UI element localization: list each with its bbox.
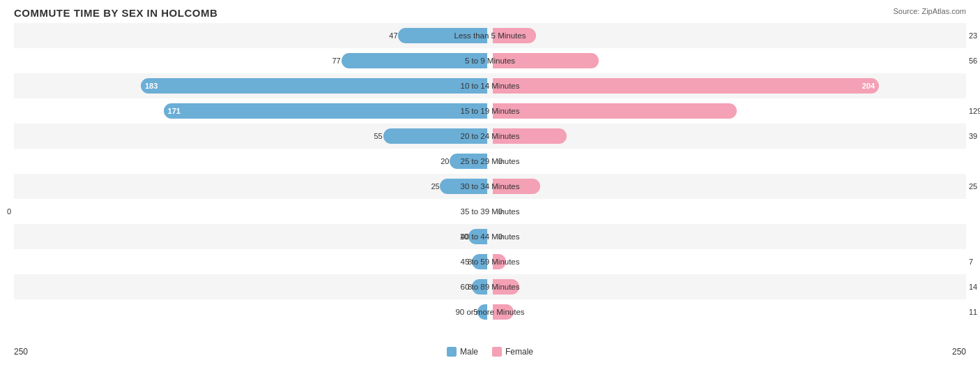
male-value: 25 [431, 182, 439, 191]
left-side: 77 [14, 48, 490, 73]
male-value-inside: 183 [145, 82, 158, 90]
left-side: 183 [14, 73, 490, 98]
left-side: 171 [14, 98, 490, 124]
female-value: 129 [969, 107, 980, 115]
left-side: 8 [14, 274, 490, 299]
male-value: 20 [441, 157, 449, 165]
female-value: 0 [498, 207, 503, 216]
female-label: Female [505, 347, 533, 357]
male-label: Male [460, 347, 478, 357]
right-side: 0 [490, 199, 966, 224]
male-swatch [447, 347, 457, 357]
male-bar [472, 254, 487, 269]
female-bar: 204 [493, 78, 879, 94]
left-side: 10 [14, 224, 490, 249]
male-value-inside: 171 [168, 107, 181, 115]
male-bar [450, 154, 487, 169]
bar-row: 20 25 to 29 Minutes 0 [14, 149, 966, 174]
right-side: 39 [490, 124, 966, 149]
female-bar [493, 179, 540, 194]
chart-inner: 47 Less than 5 Minutes 23 77 5 to 9 Minu… [14, 23, 966, 325]
female-value: 39 [969, 132, 977, 140]
right-side: 0 [490, 224, 966, 249]
male-bar: 171 [164, 103, 487, 119]
right-side: 204 [490, 73, 966, 98]
bar-row: 0 35 to 39 Minutes 0 [14, 199, 966, 224]
female-bar [493, 103, 737, 119]
male-value: 10 [459, 232, 468, 241]
male-bar [468, 229, 487, 244]
male-bar [472, 279, 487, 295]
female-bar [493, 128, 567, 144]
legend-female: Female [492, 347, 533, 357]
bar-row: 8 60 to 89 Minutes 14 [14, 274, 966, 299]
left-side: 20 [14, 149, 490, 174]
female-bar [493, 304, 514, 320]
left-side: 25 [14, 174, 490, 199]
bar-row: 8 45 to 59 Minutes 7 [14, 249, 966, 274]
female-value: 23 [969, 31, 977, 40]
left-side: 5 [14, 299, 490, 325]
male-value: 0 [7, 207, 11, 216]
female-value: 11 [969, 308, 977, 316]
right-side: 56 [490, 48, 966, 73]
female-value: 0 [498, 157, 503, 165]
male-bar [342, 53, 487, 68]
female-value: 0 [498, 232, 503, 241]
right-side: 23 [490, 23, 966, 48]
right-side: 25 [490, 174, 966, 199]
chart-container: COMMUTE TIME BY SEX IN HOLCOMB Source: Z… [0, 0, 980, 365]
source-label: Source: ZipAtlas.com [893, 7, 966, 15]
male-bar [383, 128, 487, 144]
right-side: 14 [490, 274, 966, 299]
bar-row: 10 40 to 44 Minutes 0 [14, 224, 966, 249]
female-value: 56 [969, 57, 977, 65]
left-side: 55 [14, 124, 490, 149]
legend-area: Male Female [447, 347, 533, 357]
male-bar [477, 304, 487, 320]
female-swatch [492, 347, 502, 357]
right-side: 7 [490, 249, 966, 274]
bar-row: 171 15 to 19 Minutes 129 [14, 98, 966, 124]
left-side: 47 [14, 23, 490, 48]
female-value: 25 [969, 182, 977, 191]
bars-area: 47 Less than 5 Minutes 23 77 5 to 9 Minu… [14, 23, 966, 325]
male-value: 8 [468, 258, 472, 266]
male-bar [440, 179, 487, 194]
male-value: 47 [389, 31, 397, 40]
bar-row: 183 10 to 14 Minutes 204 [14, 73, 966, 98]
bar-row: 5 90 or more Minutes 11 [14, 299, 966, 325]
bar-row: 77 5 to 9 Minutes 56 [14, 48, 966, 73]
right-side: 11 [490, 299, 966, 325]
male-bar: 183 [141, 78, 487, 94]
female-value: 7 [969, 258, 973, 266]
right-side: 0 [490, 149, 966, 174]
female-bar [493, 28, 536, 43]
right-side: 129 [490, 98, 966, 124]
chart-title: COMMUTE TIME BY SEX IN HOLCOMB [14, 7, 966, 19]
male-value: 8 [468, 283, 472, 291]
female-bar [493, 254, 506, 269]
axis-label-right: 250 [952, 347, 966, 357]
legend-male: Male [447, 347, 478, 357]
axis-label-left: 250 [14, 347, 28, 357]
female-bar [493, 279, 519, 295]
bar-row: 25 30 to 34 Minutes 25 [14, 174, 966, 199]
male-value: 5 [473, 308, 477, 316]
left-side: 8 [14, 249, 490, 274]
bar-row: 47 Less than 5 Minutes 23 [14, 23, 966, 48]
left-side: 0 [14, 199, 490, 224]
male-value: 77 [332, 57, 340, 65]
female-value-inside: 204 [862, 82, 875, 90]
female-value: 14 [969, 283, 977, 291]
male-value: 55 [374, 132, 383, 140]
male-bar [398, 28, 487, 43]
female-bar [493, 53, 599, 68]
bar-row: 55 20 to 24 Minutes 39 [14, 124, 966, 149]
